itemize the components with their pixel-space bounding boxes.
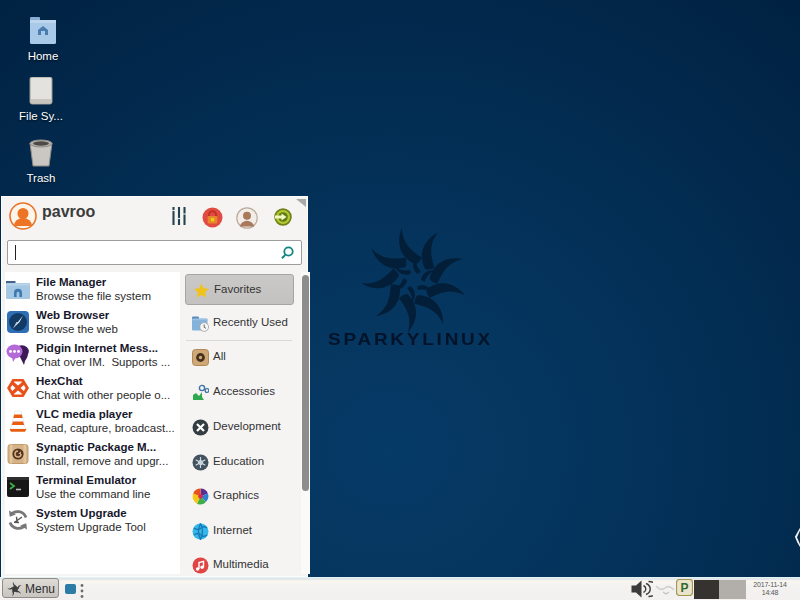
svg-text:SPARKYLINUX: SPARKYLINUX — [328, 330, 493, 349]
svg-text:P: P — [680, 581, 688, 595]
